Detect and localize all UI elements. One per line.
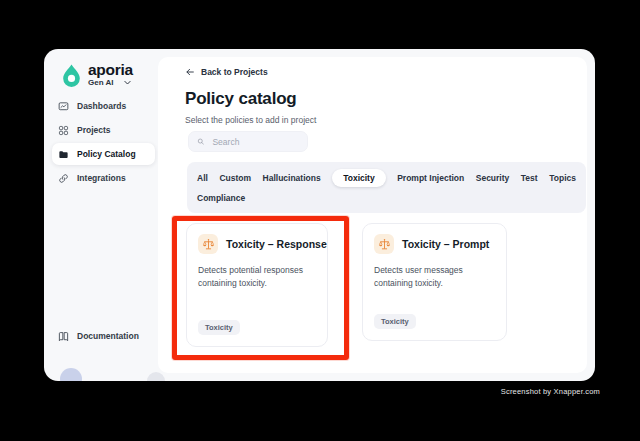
card-tag: Toxicity <box>374 314 416 329</box>
book-icon <box>58 331 69 342</box>
tab-custom[interactable]: Custom <box>219 169 251 187</box>
dashboard-icon <box>58 101 69 112</box>
sidebar-item-label: Integrations <box>77 173 126 183</box>
tab-toxicity[interactable]: Toxicity <box>332 169 386 187</box>
tab-test[interactable]: Test <box>521 169 538 187</box>
sidebar-item-documentation[interactable]: Documentation <box>52 325 155 347</box>
card-tag: Toxicity <box>198 320 240 335</box>
back-to-projects-link[interactable]: Back to Projects <box>185 67 268 77</box>
sidebar-item-dashboards[interactable]: Dashboards <box>52 95 155 117</box>
policy-card-toxicity-prompt[interactable]: Toxicity – Prompt Detects user messages … <box>362 223 507 341</box>
sidebar: aporia Gen AI Dashboards <box>44 49 158 381</box>
app-window: aporia Gen AI Dashboards <box>44 49 595 381</box>
sidebar-item-label: Documentation <box>77 331 139 341</box>
workspace-name: Gen AI <box>88 78 113 87</box>
sidebar-item-label: Dashboards <box>77 101 126 111</box>
avatar-bubble[interactable] <box>60 368 82 381</box>
tab-all[interactable]: All <box>197 169 208 187</box>
sidebar-item-integrations[interactable]: Integrations <box>52 167 155 189</box>
sidebar-footer: Documentation <box>44 325 158 349</box>
sidebar-item-policy-catalog[interactable]: Policy Catalog <box>52 143 155 165</box>
back-link-label: Back to Projects <box>201 67 268 77</box>
search-icon <box>197 137 204 146</box>
tab-topics[interactable]: Topics <box>549 169 576 187</box>
xnapper-watermark: Screenshot by Xnapper.com <box>501 387 600 396</box>
aporia-logo-icon <box>61 63 82 88</box>
chat-bubble[interactable] <box>147 372 165 381</box>
sidebar-item-projects[interactable]: Projects <box>52 119 155 141</box>
card-title: Toxicity – Response <box>226 238 327 250</box>
page-subtitle: Select the policies to add in project <box>185 115 316 125</box>
chevron-down-icon[interactable] <box>123 78 132 87</box>
brand: aporia Gen AI <box>61 61 133 88</box>
policy-cards: Toxicity – Response Detects potential re… <box>186 223 507 347</box>
folder-icon <box>58 149 69 160</box>
link-icon <box>58 173 69 184</box>
arrow-left-icon <box>185 67 195 77</box>
grid-icon <box>58 125 69 136</box>
tab-hallucinations[interactable]: Hallucinations <box>263 169 321 187</box>
sidebar-nav: Dashboards Projects Policy Catalog <box>44 95 158 191</box>
card-description: Detects potential responses containing t… <box>198 264 316 290</box>
search-box[interactable] <box>188 131 308 152</box>
tab-compliance[interactable]: Compliance <box>197 189 245 207</box>
search-input[interactable] <box>210 136 299 148</box>
scales-icon <box>198 234 218 254</box>
policy-card-toxicity-response[interactable]: Toxicity – Response Detects potential re… <box>186 223 328 347</box>
card-description: Detects user messages containing toxicit… <box>374 264 495 290</box>
sidebar-item-label: Projects <box>77 125 111 135</box>
scales-icon <box>374 234 394 254</box>
sidebar-item-label: Policy Catalog <box>77 149 136 159</box>
category-tabs: All Custom Hallucinations Toxicity Promp… <box>187 162 586 213</box>
main-panel: Back to Projects Policy catalog Select t… <box>158 57 587 373</box>
brand-name: aporia <box>88 61 133 78</box>
tab-prompt-injection[interactable]: Prompt Injection <box>397 169 464 187</box>
card-title: Toxicity – Prompt <box>402 238 489 250</box>
tab-security[interactable]: Security <box>476 169 510 187</box>
page-title: Policy catalog <box>185 89 297 109</box>
